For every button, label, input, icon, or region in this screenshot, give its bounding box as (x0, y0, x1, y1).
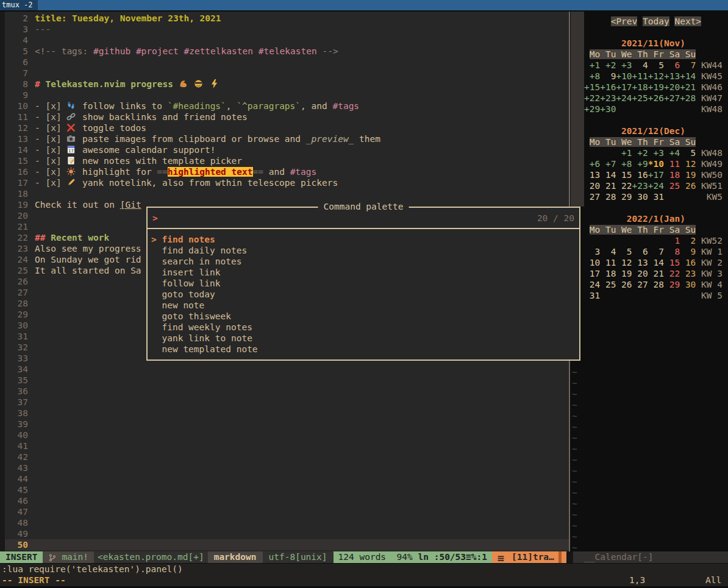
link-icon (66, 112, 77, 121)
editor-line[interactable]: 7 (5, 68, 569, 79)
text-segment (204, 79, 210, 89)
calendar-week-row[interactable]: +8 9+10+11+12+13+14 KW45 (571, 71, 723, 82)
calendar-week-row[interactable]: +6 +7 +8 +9*10 11 12 KW49 (571, 158, 723, 169)
command-line: :lua require('telekasten').panel() (0, 564, 728, 575)
calendar-week-row[interactable]: +1 +2 +3 +4 5 KW48 (571, 147, 723, 158)
editor-line[interactable]: 48 (5, 517, 569, 528)
calendar-week-row[interactable]: 10 11 12 13 14 15 16 KW 2 (571, 257, 723, 268)
calendar-week-row[interactable]: 31 KW 5 (571, 290, 723, 301)
text-segment: <!-- tags: (35, 46, 93, 56)
line-number: 6 (5, 57, 28, 68)
calendar-week-row[interactable]: +22+23+24+25+26+27+28 KW47 (571, 93, 723, 104)
today-button[interactable]: Today (643, 16, 669, 26)
editor-line[interactable]: 3--- (5, 24, 569, 35)
calendar-week-row[interactable]: +29+30 KW48 (571, 104, 723, 115)
prev-button[interactable]: <Prev (611, 16, 638, 26)
editor-line[interactable]: 37 (5, 397, 569, 408)
editor-line[interactable]: 18 (5, 188, 569, 199)
text-segment: awesome calendar support! (77, 145, 215, 155)
line-number: 11 (5, 112, 28, 122)
editor-line[interactable]: 13- [x] paste images from clipboard or b… (5, 133, 569, 144)
editor-line[interactable]: 39 (5, 419, 569, 430)
editor-line[interactable]: 10- [x] follow links to `#headings`, `^p… (5, 101, 569, 112)
palette-item-label: yank link to note (162, 333, 252, 343)
text-segment: , and (301, 101, 332, 111)
editor-line[interactable]: 44 (5, 473, 569, 484)
editor-line[interactable]: 47 (5, 506, 569, 517)
palette-item[interactable]: new templated note (151, 344, 579, 355)
text-segment: #tags (290, 167, 317, 177)
line-number: 16 (5, 166, 28, 177)
text-segment: #telekasten (259, 46, 317, 56)
palette-item[interactable]: yank link to note (151, 333, 579, 344)
calendar-month-title: 2021/11(Nov) (571, 38, 723, 49)
palette-item-label: goto thisweek (162, 311, 231, 321)
palette-item-label: new templated note (162, 344, 257, 354)
line-number: 5 (5, 46, 28, 57)
calendar-week-row[interactable]: +1 +2 +3 4 5 6 7 KW44 (571, 60, 723, 71)
editor-line[interactable]: 6 (5, 57, 569, 68)
calendar-week-row[interactable]: 1 2 KW52 (571, 235, 723, 246)
calendar-week-row[interactable]: 3 4 5 6 7 8 9 KW 1 (571, 246, 723, 257)
palette-item[interactable]: find daily notes (151, 245, 579, 256)
palette-item[interactable]: goto thisweek (151, 311, 579, 322)
tab-segment[interactable]: [11]tra… (492, 551, 566, 563)
git-branch-icon (48, 553, 59, 562)
editor-line[interactable]: 45 (5, 484, 569, 495)
calendar-week-row[interactable]: 20 21 22+23+24 25 26 KW51 (571, 180, 723, 191)
palette-item[interactable]: search in notes (151, 256, 579, 267)
next-button[interactable]: Next> (674, 16, 701, 26)
insert-mode-banner: -- INSERT -- (2, 575, 66, 586)
calendar-week-row[interactable]: 17 18 19 20 21 22 23 KW 3 (571, 268, 723, 279)
memo-icon (66, 155, 77, 165)
calendar-week-row[interactable]: 13 14 15 16+17 18 19 KW50 (571, 169, 723, 180)
empty-buffer-tildes: ~~~~~~~~~~~~~~~~~ (572, 367, 577, 551)
editor-line[interactable]: 16- [x] highlight for ==highlighted text… (5, 166, 569, 177)
editor-line[interactable]: 42 (5, 452, 569, 462)
editor-line[interactable]: 9 (5, 90, 569, 101)
line-number: 39 (5, 419, 28, 430)
editor-line[interactable]: 43 (5, 462, 569, 473)
calendar-month-title: 2022/1(Jan) (571, 213, 723, 224)
editor-line[interactable]: 36 (5, 386, 569, 397)
text-segment: Also see my progress (35, 244, 141, 253)
editor-line[interactable]: 2title: Tuesday, November 23th, 2021 (5, 13, 569, 24)
editor-line[interactable]: 14- [x] 17 awesome calendar support! (5, 144, 569, 155)
editor-line[interactable]: 49 (5, 528, 569, 539)
text-segment: - [x] (35, 145, 66, 155)
editor-line[interactable]: 40 (5, 430, 569, 441)
palette-item-label: search in notes (162, 257, 241, 266)
editor-line[interactable]: 34 (5, 364, 569, 375)
calendar-week-row[interactable]: 27 28 29 30 31 KW5 (571, 191, 723, 202)
palette-item[interactable]: > find notes (151, 234, 579, 245)
editor-line[interactable]: 15- [x] new notes with template picker (5, 155, 569, 166)
text-segment: toggle todos (77, 123, 146, 133)
line-number: 38 (5, 408, 28, 419)
palette-item[interactable]: follow link (151, 278, 579, 289)
palette-item[interactable]: find weekly notes (151, 322, 579, 333)
editor-line[interactable]: 8# Telekasten.nvim progress (5, 79, 569, 90)
line-number: 10 (5, 101, 28, 112)
editor-line[interactable]: 11- [x] show backlinks and friend notes (5, 112, 569, 122)
editor-line[interactable]: 41 (5, 441, 569, 452)
command-line-text: :lua require('telekasten').panel() (2, 564, 183, 574)
editor-line[interactable]: 4 (5, 35, 569, 46)
line-number: 34 (5, 364, 28, 375)
line-number: 40 (5, 430, 28, 441)
palette-item[interactable]: insert link (151, 267, 579, 278)
calendar-week-row[interactable]: +15+16+17+18+19+20+21 KW46 (571, 82, 723, 93)
mode-indicator: INSERT (0, 551, 43, 563)
palette-item[interactable]: new note (151, 300, 579, 311)
editor-line[interactable]: 17- [x] yank notelink, also from wthin t… (5, 177, 569, 188)
editor-line[interactable]: 35 (5, 375, 569, 386)
window-title: tmux -2 (0, 0, 38, 10)
palette-item[interactable]: goto today (151, 289, 579, 300)
editor-line[interactable]: 38 (5, 408, 569, 419)
editor-line[interactable]: 12- [x] toggle todos (5, 122, 569, 133)
calendar-week-row[interactable]: 24 25 26 27 28 29 30 KW 4 (571, 279, 723, 290)
editor-left-margin (0, 12, 5, 551)
text-segment: `#headings` (168, 101, 226, 111)
editor-line[interactable]: 5<!-- tags: #github #project #zettelkast… (5, 46, 569, 57)
editor-line[interactable]: 46 (5, 495, 569, 506)
editor-line[interactable]: 50 (5, 539, 569, 550)
